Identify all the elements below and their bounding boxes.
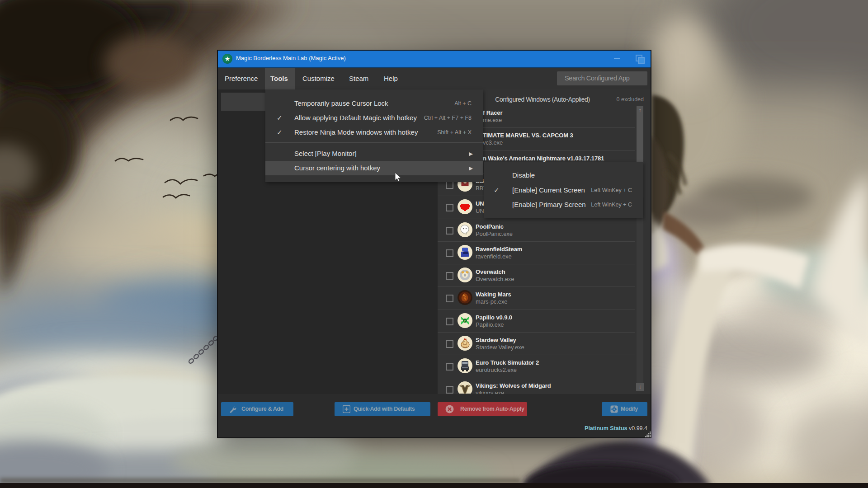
svg-text:P: P xyxy=(464,319,466,323)
